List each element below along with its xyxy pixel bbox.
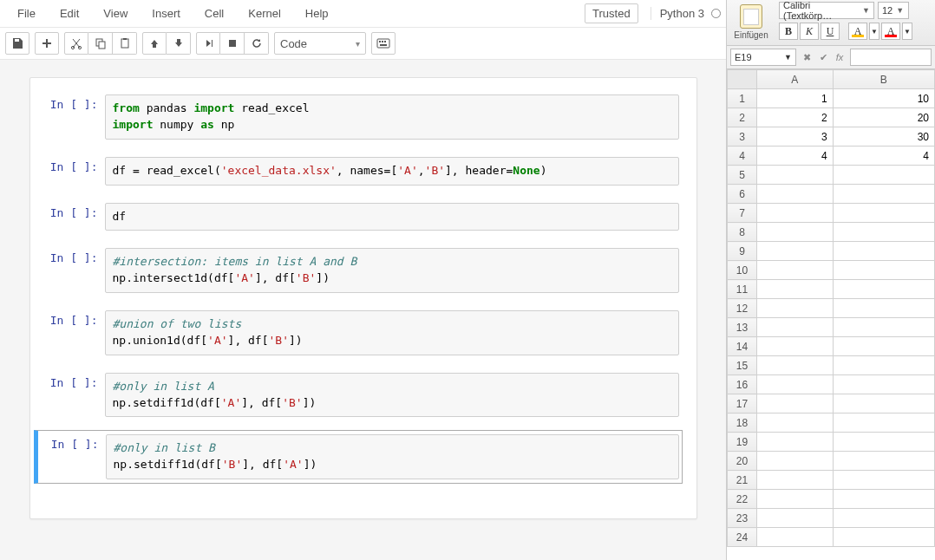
font-color-button[interactable]: A	[881, 23, 900, 40]
italic-button[interactable]: K	[800, 23, 819, 40]
cell[interactable]	[757, 280, 834, 299]
row-header[interactable]: 21	[728, 471, 757, 490]
cell[interactable]	[833, 356, 934, 375]
menu-file[interactable]: File	[5, 2, 48, 25]
move-down-button[interactable]	[167, 32, 191, 55]
restart-button[interactable]	[245, 32, 269, 55]
input-area[interactable]: #union of two lists np.union1d(df['A'], …	[105, 310, 679, 355]
cell[interactable]: 4	[757, 147, 834, 166]
kernel-indicator[interactable]: Python 3	[651, 7, 721, 20]
fill-color-dropdown[interactable]: ▼	[869, 23, 879, 40]
row-header[interactable]: 19	[728, 433, 757, 452]
input-area[interactable]: #intersection: items in list A and B np.…	[105, 248, 679, 293]
row-header[interactable]: 4	[728, 147, 757, 166]
cell[interactable]	[757, 471, 834, 490]
row-header[interactable]: 12	[728, 299, 757, 318]
cell[interactable]	[757, 433, 834, 452]
run-button[interactable]	[196, 32, 220, 55]
formula-input[interactable]	[850, 49, 932, 66]
row-header[interactable]: 2	[728, 108, 757, 127]
row-header[interactable]: 11	[728, 280, 757, 299]
menu-edit[interactable]: Edit	[48, 2, 91, 25]
cell[interactable]	[833, 509, 934, 528]
cell[interactable]	[833, 242, 934, 261]
cell[interactable]: 4	[833, 147, 934, 166]
copy-button[interactable]	[88, 32, 113, 55]
cell[interactable]	[833, 318, 934, 337]
row-header[interactable]: 24	[728, 528, 757, 547]
code-cell[interactable]: In [ ]:#only in list A np.setdiff1d(df['…	[34, 368, 683, 422]
cell[interactable]	[757, 299, 834, 318]
cell[interactable]	[757, 261, 834, 280]
row-header[interactable]: 23	[728, 509, 757, 528]
cell[interactable]: 3	[757, 127, 834, 147]
cell[interactable]	[757, 413, 834, 433]
input-area[interactable]: #only in list B np.setdiff1d(df['B'], df…	[106, 434, 679, 479]
cell[interactable]	[757, 337, 834, 356]
underline-button[interactable]: U	[821, 23, 840, 40]
cell[interactable]	[833, 413, 934, 433]
row-header[interactable]: 10	[728, 261, 757, 280]
notebook-area[interactable]: In [ ]:from pandas import read_excel imp…	[0, 60, 726, 560]
font-color-dropdown[interactable]: ▼	[902, 23, 912, 40]
stop-button[interactable]	[220, 32, 245, 55]
font-name-select[interactable]: Calibri (Textkörp… ▼	[779, 2, 874, 19]
cell[interactable]	[757, 166, 834, 185]
cell[interactable]	[833, 452, 934, 471]
cell[interactable]	[833, 166, 934, 185]
add-cell-button[interactable]	[35, 32, 59, 55]
row-header[interactable]: 18	[728, 413, 757, 433]
code-cell[interactable]: In [ ]:#union of two lists np.union1d(df…	[34, 306, 683, 360]
code-cell[interactable]: In [ ]:#only in list B np.setdiff1d(df['…	[34, 430, 683, 484]
row-header[interactable]: 17	[728, 394, 757, 413]
cell[interactable]: 1	[757, 89, 834, 108]
cell[interactable]	[833, 337, 934, 356]
column-header[interactable]: A	[757, 70, 834, 89]
cell[interactable]	[757, 375, 834, 394]
accept-formula-icon[interactable]: ✔	[816, 50, 830, 64]
bold-button[interactable]: B	[779, 23, 798, 40]
cell[interactable]	[757, 528, 834, 547]
cell-type-select[interactable]: Code ▾	[274, 32, 366, 55]
cell[interactable]	[833, 185, 934, 204]
cancel-formula-icon[interactable]: ✖	[800, 50, 814, 64]
code-cell[interactable]: In [ ]:from pandas import read_excel imp…	[34, 90, 683, 144]
row-header[interactable]: 13	[728, 318, 757, 337]
font-size-select[interactable]: 12 ▼	[878, 2, 909, 19]
cell[interactable]	[833, 528, 934, 547]
cell[interactable]	[833, 204, 934, 223]
spreadsheet-grid[interactable]: AB11102220333044456789101112131415161718…	[727, 69, 935, 560]
row-header[interactable]: 9	[728, 242, 757, 261]
input-area[interactable]: #only in list A np.setdiff1d(df['A'], df…	[105, 373, 679, 418]
input-area[interactable]: df = read_excel('excel_data.xlsx', names…	[105, 157, 679, 186]
cut-button[interactable]	[64, 32, 88, 55]
input-area[interactable]: df	[105, 203, 679, 231]
cell[interactable]	[757, 223, 834, 242]
cell[interactable]	[757, 242, 834, 261]
row-header[interactable]: 1	[728, 89, 757, 108]
cell[interactable]	[833, 375, 934, 394]
cell[interactable]	[833, 280, 934, 299]
row-header[interactable]: 5	[728, 166, 757, 185]
cell-reference-box[interactable]: E19 ▼	[730, 49, 796, 66]
row-header[interactable]: 7	[728, 204, 757, 223]
paste-button[interactable]	[113, 32, 137, 55]
row-header[interactable]: 16	[728, 375, 757, 394]
row-header[interactable]: 3	[728, 127, 757, 147]
cell[interactable]: 2	[757, 108, 834, 127]
row-header[interactable]: 14	[728, 337, 757, 356]
code-cell[interactable]: In [ ]:#intersection: items in list A an…	[34, 244, 683, 297]
cell[interactable]	[833, 223, 934, 242]
cell[interactable]: 30	[833, 127, 934, 147]
fill-color-button[interactable]: A	[848, 23, 867, 40]
cell[interactable]: 10	[833, 89, 934, 108]
cell[interactable]: 20	[833, 108, 934, 127]
menu-insert[interactable]: Insert	[140, 2, 193, 25]
input-area[interactable]: from pandas import read_excel import num…	[105, 94, 679, 140]
trusted-badge[interactable]: Trusted	[585, 3, 638, 23]
menu-view[interactable]: View	[91, 2, 140, 25]
cell[interactable]	[833, 299, 934, 318]
save-button[interactable]	[5, 32, 29, 55]
column-header[interactable]: B	[833, 70, 934, 89]
select-all-corner[interactable]	[728, 70, 757, 89]
